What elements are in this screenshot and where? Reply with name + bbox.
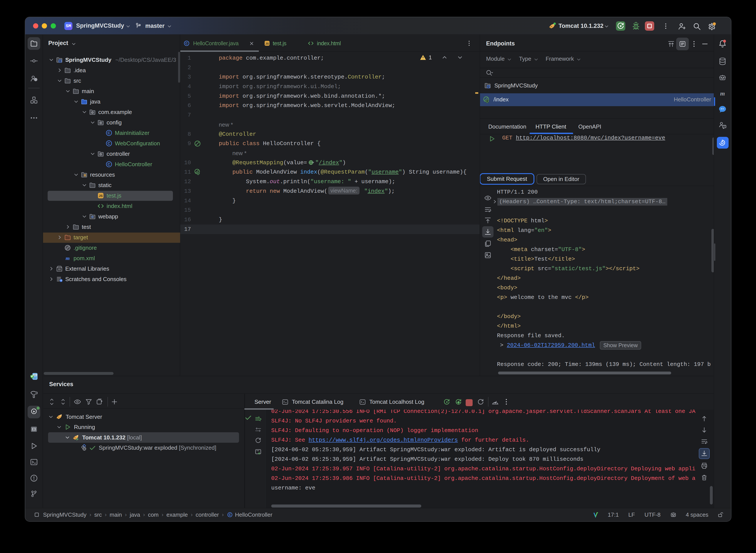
svg-text:m: m [720, 90, 725, 97]
svg-text:?: ? [35, 78, 36, 81]
svg-text:C: C [185, 41, 188, 45]
svg-text:JS: JS [265, 42, 269, 45]
svg-text:C: C [108, 131, 110, 135]
svg-text:C: C [108, 162, 110, 166]
svg-text:m: m [66, 255, 70, 261]
svg-text:C: C [108, 141, 110, 146]
svg-text:JS: JS [99, 194, 103, 198]
svg-text:C: C [229, 513, 231, 517]
